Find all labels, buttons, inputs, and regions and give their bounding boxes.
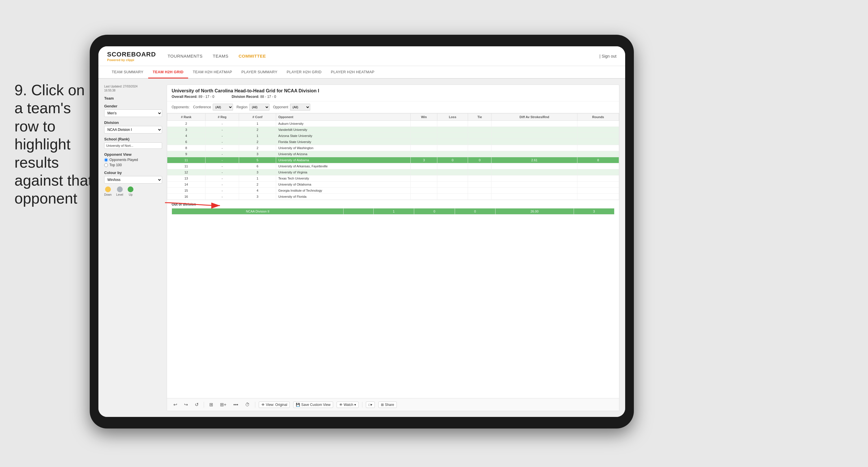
- records-row: Overall Record: 89 - 17 - 0 Division Rec…: [172, 95, 615, 99]
- cell-loss: [437, 139, 468, 145]
- radio-top100[interactable]: Top 100: [104, 163, 162, 167]
- cell-tie: [468, 133, 492, 139]
- legend-label-up: Up: [129, 193, 132, 196]
- out-of-division: Out of division NCAA Division II 1 0 0 2…: [167, 200, 619, 217]
- layout-button[interactable]: □▾: [366, 402, 375, 408]
- sub-nav-player-h2h-grid[interactable]: PLAYER H2H GRID: [282, 66, 326, 79]
- cell-rounds: [578, 151, 619, 157]
- conference-select[interactable]: (All): [213, 104, 233, 111]
- cell-tie: [468, 194, 492, 200]
- table-row[interactable]: 3 - 2 Vanderbilt University: [167, 127, 619, 133]
- cell-opponent: Vanderbilt University: [276, 127, 411, 133]
- sub-nav-team-h2h-heatmap[interactable]: TEAM H2H HEATMAP: [188, 66, 237, 79]
- cell-win: [411, 169, 437, 175]
- cell-reg: -: [205, 175, 239, 181]
- table-row[interactable]: 11 - 5 University of Alabama 3 0 0 2.61 …: [167, 157, 619, 163]
- out-div-diff: 26.00: [496, 208, 574, 214]
- cell-rounds: [578, 194, 619, 200]
- cell-rank: 15: [167, 187, 206, 194]
- share-button[interactable]: ⊞ Share: [378, 402, 397, 408]
- table-row[interactable]: 11 - 6 University of Arkansas, Fayettevi…: [167, 163, 619, 169]
- device-frame: SCOREBOARD Powered by clippi TOURNAMENTS…: [90, 35, 634, 429]
- nav-item-committee[interactable]: COMMITTEE: [239, 54, 266, 58]
- sign-out-link[interactable]: | Sign out: [599, 54, 617, 58]
- timer-button[interactable]: ⏱: [243, 401, 251, 409]
- table-row[interactable]: 13 - 1 Texas Tech University: [167, 175, 619, 181]
- cell-reg: -: [205, 163, 239, 169]
- cell-opponent: University of Oklahoma: [276, 181, 411, 187]
- cell-rank: 9: [167, 151, 206, 157]
- cell-reg: -: [205, 157, 239, 163]
- out-of-division-row[interactable]: NCAA Division II 1 0 0 26.00 3: [172, 208, 615, 214]
- table-row[interactable]: 6 - 2 Florida State University: [167, 139, 619, 145]
- table-row[interactable]: 14 - 2 University of Oklahoma: [167, 181, 619, 187]
- save-custom-view-button[interactable]: 💾 Save Custom View: [293, 402, 333, 408]
- cell-win: [411, 181, 437, 187]
- out-div-win: 1: [373, 208, 414, 214]
- out-div-loss: 0: [414, 208, 455, 214]
- nav-item-teams[interactable]: TEAMS: [213, 54, 228, 58]
- cell-tie: [468, 181, 492, 187]
- nav-item-tournaments[interactable]: TOURNAMENTS: [167, 54, 203, 58]
- cell-reg: -: [205, 194, 239, 200]
- grid-button[interactable]: ⊞: [208, 401, 215, 409]
- table-row[interactable]: 8 - 2 University of Washington: [167, 145, 619, 151]
- cell-opponent: University of Washington: [276, 145, 411, 151]
- reset-button[interactable]: ↺: [193, 401, 200, 409]
- sub-nav-player-h2h-heatmap[interactable]: PLAYER H2H HEATMAP: [326, 66, 379, 79]
- sub-nav-player-summary[interactable]: PLAYER SUMMARY: [237, 66, 282, 79]
- view-original-button[interactable]: 👁 View: Original: [259, 402, 290, 408]
- legend-label-level: Level: [116, 193, 123, 196]
- gender-select[interactable]: Men's: [104, 110, 162, 117]
- table-row[interactable]: 12 - 3 University of Virginia: [167, 169, 619, 175]
- redo-button[interactable]: ↪: [182, 401, 190, 409]
- left-panel: Last Updated: 27/03/2024 16:55:38 Team G…: [104, 85, 162, 411]
- cell-diff: [492, 133, 578, 139]
- cell-conf: 1: [239, 121, 276, 127]
- toolbar-divider-1: [204, 402, 204, 408]
- cell-rounds: [578, 139, 619, 145]
- cell-conf: 2: [239, 139, 276, 145]
- cell-loss: [437, 145, 468, 151]
- cell-diff: [492, 121, 578, 127]
- cell-tie: [468, 187, 492, 194]
- school-rank-section: School (Rank) University of Nort...: [104, 137, 162, 149]
- more-button[interactable]: •••: [231, 401, 240, 409]
- add-button[interactable]: ⊞+: [218, 401, 228, 409]
- table-row[interactable]: 4 - 1 Arizona State University: [167, 133, 619, 139]
- cell-tie: [468, 175, 492, 181]
- col-tie: Tie: [468, 114, 492, 121]
- sub-nav-team-summary[interactable]: TEAM SUMMARY: [107, 66, 148, 79]
- cell-rounds: [578, 127, 619, 133]
- legend-up: Up: [128, 186, 133, 196]
- legend-dot-level: [117, 186, 123, 192]
- cell-opponent: Georgia Institute of Technology: [276, 187, 411, 194]
- col-diff: Diff Av Strokes/Rnd: [492, 114, 578, 121]
- cell-win: [411, 145, 437, 151]
- cell-diff: [492, 127, 578, 133]
- radio-opponents-played[interactable]: Opponents Played: [104, 158, 162, 162]
- cell-diff: [492, 151, 578, 157]
- cell-diff: [492, 194, 578, 200]
- cell-loss: 0: [437, 157, 468, 163]
- sub-nav-team-h2h-grid[interactable]: TEAM H2H GRID: [148, 66, 188, 79]
- division-select[interactable]: NCAA Division I: [104, 126, 162, 134]
- table-row[interactable]: 15 - 4 Georgia Institute of Technology: [167, 187, 619, 194]
- colour-by-select[interactable]: Win/loss: [104, 176, 162, 183]
- region-filter: Region (All): [237, 104, 270, 111]
- cell-opponent: University of Arkansas, Fayetteville: [276, 163, 411, 169]
- toolbar-divider-2: [255, 402, 255, 408]
- opponent-select[interactable]: (All): [290, 104, 310, 111]
- table-row[interactable]: 9 - 3 University of Arizona: [167, 151, 619, 157]
- watch-button[interactable]: 👁 Watch ▾: [337, 402, 359, 408]
- cell-reg: -: [205, 127, 239, 133]
- table-row[interactable]: 2 - 1 Auburn University: [167, 121, 619, 127]
- undo-button[interactable]: ↩: [172, 401, 179, 409]
- cell-rounds: [578, 121, 619, 127]
- region-select[interactable]: (All): [249, 104, 270, 111]
- cell-loss: [437, 151, 468, 157]
- col-conf: # Conf: [239, 114, 276, 121]
- cell-tie: [468, 169, 492, 175]
- cell-reg: -: [205, 145, 239, 151]
- table-row[interactable]: 16 - 3 University of Florida: [167, 194, 619, 200]
